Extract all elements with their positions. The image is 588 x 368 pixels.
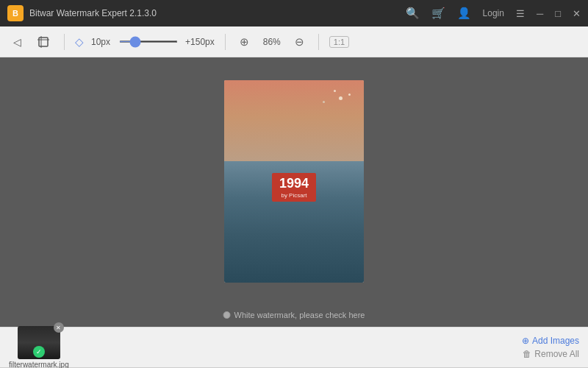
add-images-button[interactable]: ⊕ Add Images xyxy=(522,336,579,346)
title-bar: B Bitwar Watermark Expert 2.1.3.0 🔍 🛒 👤 … xyxy=(0,0,588,26)
white-watermark-notice: White watermark, please check here xyxy=(223,311,365,319)
image-sky-layer xyxy=(224,80,364,171)
maximize-button[interactable]: □ xyxy=(555,8,561,19)
brush-size-slider-wrapper xyxy=(119,40,178,43)
app-title: Bitwar Watermark Expert 2.1.3.0 xyxy=(29,8,406,18)
plus-circle-icon: ⊕ xyxy=(522,336,529,346)
svg-rect-0 xyxy=(39,38,48,46)
brush-size-slider[interactable] xyxy=(119,40,178,43)
app-logo: B xyxy=(7,5,24,21)
zoom-11-button[interactable]: 1:1 xyxy=(329,36,349,48)
px-min-label: 10px xyxy=(91,37,110,47)
crop-button[interactable] xyxy=(33,33,54,51)
thumbnail-wrapper: ✓ ✕ xyxy=(18,326,60,359)
thumbnail-check-icon: ✓ xyxy=(33,346,45,358)
notice-dot-icon xyxy=(223,311,231,319)
crop-icon xyxy=(37,36,49,48)
remove-all-button[interactable]: 🗑 Remove All xyxy=(523,349,579,359)
thumbnail-item: ✓ ✕ filterwatermark.jpg xyxy=(9,326,69,368)
px-max-label: +150px xyxy=(185,37,215,47)
image-wrapper: 1994 by Picsart White watermark, please … xyxy=(224,80,364,305)
close-button[interactable]: ✕ xyxy=(573,8,581,19)
trash-icon: 🗑 xyxy=(523,349,531,359)
cart-icon[interactable]: 🛒 xyxy=(431,7,445,20)
separator-1 xyxy=(64,34,65,50)
watermark-year: 1994 xyxy=(279,176,309,192)
panel-actions: ⊕ Add Images 🗑 Remove All xyxy=(522,336,579,359)
thumbnail-close-button[interactable]: ✕ xyxy=(54,322,64,333)
title-bar-icons: 🔍 🛒 👤 Login xyxy=(406,7,504,20)
brush-icon: ◇ xyxy=(75,35,84,49)
search-icon[interactable]: 🔍 xyxy=(406,7,420,20)
user-icon[interactable]: 👤 xyxy=(457,7,471,20)
notice-text: White watermark, please check here xyxy=(234,311,365,319)
minimize-button[interactable]: ─ xyxy=(537,8,543,19)
separator-2 xyxy=(225,34,226,50)
back-toolbar-button[interactable]: ◁ xyxy=(9,33,26,51)
main-canvas-area: 1994 by Picsart White watermark, please … xyxy=(0,57,588,327)
image-preview: 1994 by Picsart xyxy=(224,80,364,283)
separator-3 xyxy=(318,34,319,50)
window-controls: ☰ ─ □ ✕ xyxy=(516,8,581,19)
watermark-brand: by Picsart xyxy=(279,192,309,199)
login-button[interactable]: Login xyxy=(483,8,504,18)
zoom-in-button[interactable]: ⊕ xyxy=(236,34,253,50)
zoom-out-button[interactable]: ⊖ xyxy=(291,34,308,50)
thumbnail-label: filterwatermark.jpg xyxy=(9,361,69,368)
toolbar: ◁ ◇ 10px +150px ⊕ 86% ⊖ 1:1 xyxy=(0,26,588,57)
watermark-overlay: 1994 by Picsart xyxy=(272,173,316,202)
thumbnails-panel: ✓ ✕ filterwatermark.jpg ⊕ Add Images 🗑 R… xyxy=(0,327,588,367)
zoom-percent-label: 86% xyxy=(263,37,281,47)
menu-icon[interactable]: ☰ xyxy=(516,8,525,19)
